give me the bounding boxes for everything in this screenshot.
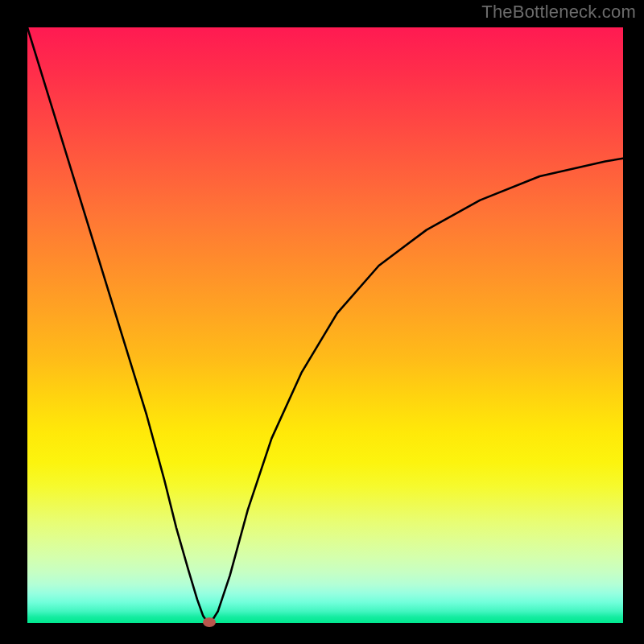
plot-area <box>27 27 623 623</box>
curve-svg <box>27 27 623 623</box>
bottleneck-curve <box>27 27 623 622</box>
watermark-text: TheBottleneck.com <box>481 2 636 23</box>
chart-frame: TheBottleneck.com <box>0 0 644 644</box>
minimum-marker <box>203 617 216 627</box>
